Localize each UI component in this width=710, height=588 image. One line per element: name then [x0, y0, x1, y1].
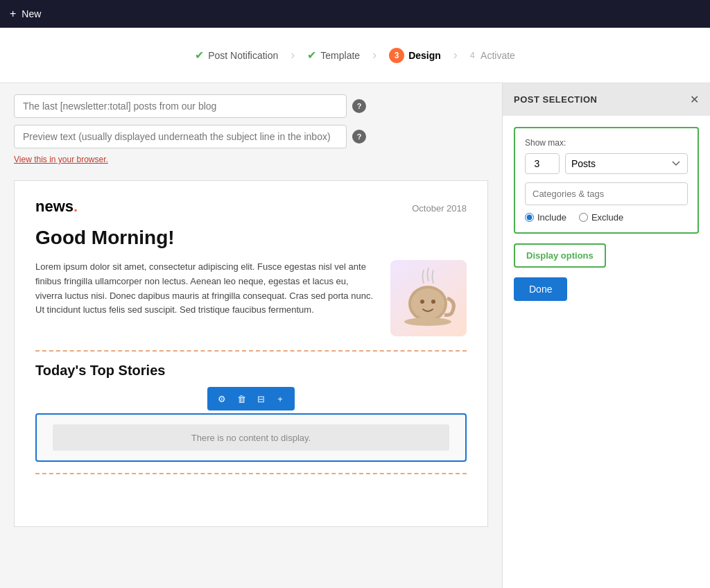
done-button[interactable]: Done: [514, 277, 567, 301]
subject-input[interactable]: [14, 94, 347, 118]
view-in-browser-link[interactable]: View this in your browser.: [14, 155, 108, 164]
right-panel-body: Show max: Posts Pages Products Include: [503, 116, 710, 312]
subject-row: ?: [14, 94, 488, 118]
left-panel: ? ? View this in your browser. news. Oct…: [0, 83, 502, 588]
svg-rect-6: [435, 305, 438, 307]
svg-point-3: [431, 300, 435, 304]
no-content-box: There is no content to display.: [35, 413, 467, 462]
email-body-row: Lorem ipsum dolor sit amet, consectetur …: [15, 260, 487, 350]
email-greeting: Good Morning!: [15, 227, 487, 260]
wizard-step-post-notification[interactable]: ✔ Post Notification: [182, 49, 291, 62]
show-max-label: Show max:: [525, 138, 688, 148]
top-bar: + New: [0, 0, 710, 28]
email-preview: news. October 2018 Good Morning! Lorem i…: [14, 180, 488, 527]
include-radio[interactable]: [525, 213, 534, 222]
email-header: news. October 2018: [15, 181, 487, 227]
wizard-bar: ✔ Post Notification › ✔ Template › 3 Des…: [0, 28, 710, 83]
subject-help-icon[interactable]: ?: [352, 99, 366, 113]
right-panel-title: POST SELECTION: [514, 94, 597, 105]
radio-row: Include Exclude: [525, 212, 688, 223]
toolbar-gear-btn[interactable]: ⚙: [213, 390, 231, 408]
exclude-radio-label[interactable]: Exclude: [579, 212, 623, 223]
dashed-divider-2: [35, 473, 467, 474]
wizard-label-template: Template: [320, 50, 360, 61]
plus-icon: +: [10, 8, 16, 20]
preview-row: ?: [14, 125, 488, 148]
wizard-step-design[interactable]: 3 Design: [376, 48, 453, 63]
toolbar-icons: ⚙ 🗑 ⊟ +: [207, 387, 295, 410]
toolbar-add-btn[interactable]: +: [271, 390, 289, 408]
subject-area: ? ?: [0, 83, 502, 148]
email-image: [390, 260, 467, 336]
email-date: October 2018: [412, 203, 467, 214]
posts-type-select[interactable]: Posts Pages Products: [565, 153, 688, 174]
toolbar-copy-btn[interactable]: ⊟: [252, 390, 270, 408]
top-bar-title: New: [21, 8, 41, 19]
close-button[interactable]: ✕: [690, 93, 699, 106]
svg-rect-5: [417, 306, 419, 309]
no-content-text: There is no content to display.: [191, 433, 311, 443]
categories-input[interactable]: [525, 182, 688, 205]
toolbar-bar: ⚙ 🗑 ⊟ +: [15, 387, 487, 410]
svg-point-1: [411, 288, 444, 319]
preview-input[interactable]: [14, 125, 347, 148]
show-max-input[interactable]: [525, 153, 560, 174]
exclude-radio[interactable]: [579, 213, 588, 222]
preview-help-icon[interactable]: ?: [352, 130, 366, 144]
no-content-inner: There is no content to display.: [53, 424, 449, 451]
wizard-step-template[interactable]: ✔ Template: [295, 49, 372, 62]
post-selection-box: Show max: Posts Pages Products Include: [514, 127, 699, 234]
include-radio-label[interactable]: Include: [525, 212, 566, 223]
wizard-step-activate[interactable]: 4 Activate: [458, 50, 528, 61]
show-max-row: Posts Pages Products: [525, 153, 688, 174]
wizard-label-design: Design: [408, 50, 441, 61]
main-layout: ? ? View this in your browser. news. Oct…: [0, 83, 710, 588]
svg-point-2: [420, 300, 424, 304]
wizard-label-post-notification: Post Notification: [208, 50, 278, 61]
display-options-button[interactable]: Display options: [514, 243, 606, 268]
svg-point-4: [404, 318, 451, 326]
right-panel: POST SELECTION ✕ Show max: Posts Pages P…: [502, 83, 710, 588]
email-body-text: Lorem ipsum dolor sit amet, consectetur …: [35, 260, 376, 336]
right-panel-header: POST SELECTION ✕: [503, 83, 710, 116]
section-title: Today's Top Stories: [15, 352, 487, 384]
step-num-design: 3: [389, 48, 404, 63]
check-icon-template: ✔: [307, 49, 316, 62]
step-num-activate: 4: [470, 50, 475, 60]
view-in-browser: View this in your browser.: [0, 148, 502, 169]
brand-logo: news.: [35, 198, 78, 216]
check-icon-post-notification: ✔: [195, 49, 204, 62]
exclude-label-text: Exclude: [591, 212, 623, 223]
include-label-text: Include: [537, 212, 566, 223]
toolbar-trash-btn[interactable]: 🗑: [232, 390, 250, 408]
wizard-label-activate: Activate: [480, 50, 515, 61]
